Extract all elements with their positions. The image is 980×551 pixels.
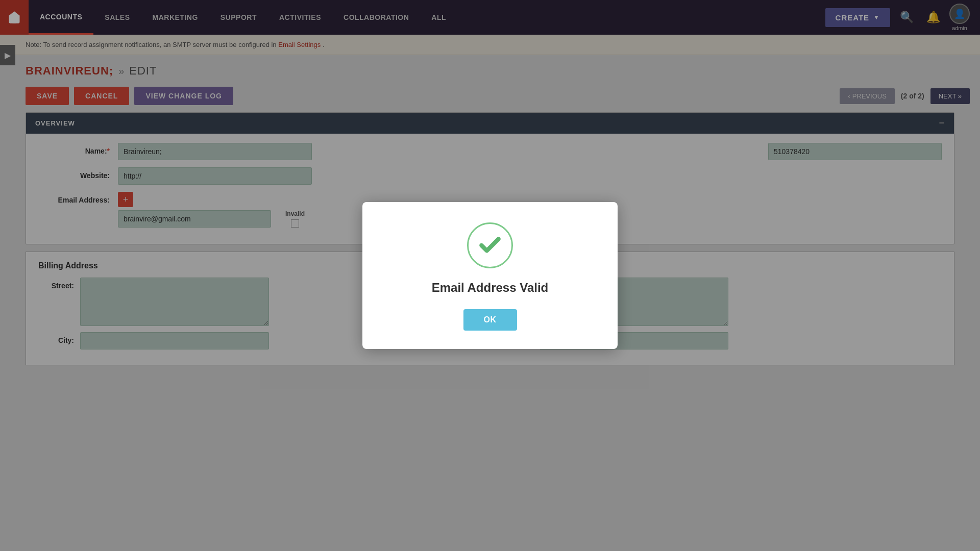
modal-ok-button[interactable]: OK [463,309,517,331]
modal-title: Email Address Valid [432,281,549,295]
check-icon [477,233,503,258]
modal-success-icon [467,222,513,268]
modal-overlay: Email Address Valid OK [0,0,980,551]
modal-dialog: Email Address Valid OK [362,202,618,349]
